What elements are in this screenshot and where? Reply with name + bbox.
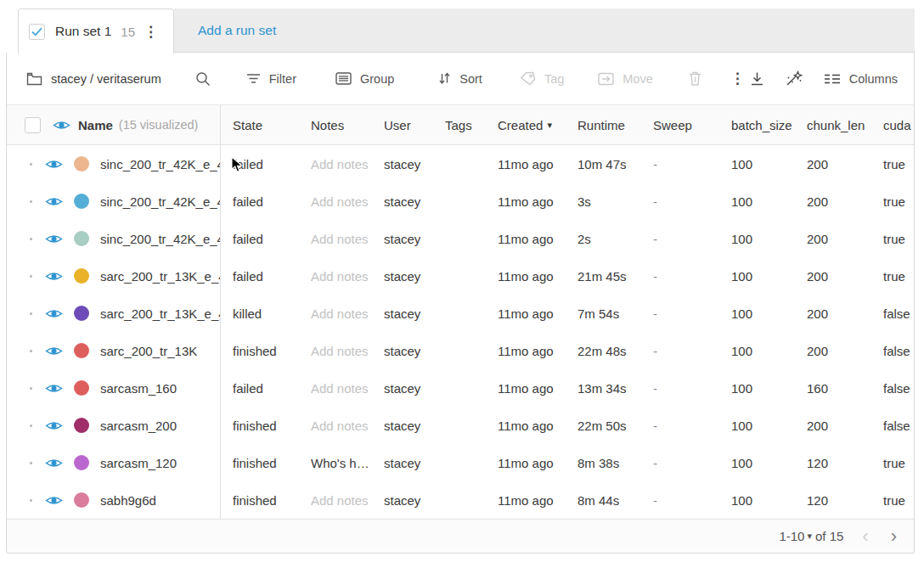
name-column-header[interactable]: Name — [78, 118, 113, 132]
tab-label: Run set 1 — [55, 24, 111, 39]
toolbar-kebab-menu-icon[interactable]: ⋮ — [725, 68, 750, 89]
sweep-cell: - — [641, 194, 719, 209]
sort-button[interactable]: Sort — [438, 72, 482, 86]
drag-handle[interactable] — [30, 499, 32, 502]
notes-cell[interactable]: Who's h… — [299, 456, 372, 470]
export-button[interactable] — [750, 71, 764, 86]
sweep-cell: - — [641, 269, 719, 284]
drag-handle[interactable] — [30, 238, 32, 240]
column-header-cuda[interactable]: cuda — [871, 118, 916, 132]
group-label: Group — [360, 72, 394, 86]
notes-cell[interactable]: Add notes — [299, 232, 372, 246]
run-name-cell: sarcasm_120 — [7, 444, 221, 481]
run-name-cell: sarcasm_200 — [7, 407, 221, 444]
run-color-dot[interactable] — [74, 306, 89, 321]
notes-cell[interactable]: Add notes — [299, 493, 372, 508]
magic-wand-button[interactable] — [785, 70, 803, 87]
drag-handle[interactable] — [30, 163, 32, 166]
run-name-link[interactable]: sinc_200_tr_42K_e_4 — [100, 157, 220, 171]
run-name-link[interactable]: sarcasm_120 — [100, 456, 177, 470]
drag-handle[interactable] — [30, 275, 32, 278]
run-color-dot[interactable] — [74, 231, 89, 246]
next-page-button[interactable]: › — [887, 527, 900, 546]
run-color-dot[interactable] — [74, 156, 89, 171]
filter-button[interactable]: Filter — [246, 72, 296, 86]
run-name-cell: sarc_200_tr_13K_e_4 — [7, 257, 221, 295]
column-header-sweep[interactable]: Sweep — [641, 118, 719, 132]
run-name-link[interactable]: sabh9g6d — [100, 493, 156, 508]
run-color-dot[interactable] — [74, 380, 89, 396]
column-header-tags[interactable]: Tags — [433, 118, 486, 132]
notes-cell[interactable]: Add notes — [299, 306, 372, 321]
run-name-link[interactable]: sarc_200_tr_13K — [100, 344, 197, 358]
run-color-dot[interactable] — [74, 455, 89, 470]
add-run-set-link[interactable]: Add a run set — [198, 23, 276, 38]
drag-handle[interactable] — [30, 424, 32, 427]
run-color-dot[interactable] — [74, 492, 89, 508]
column-header-runtime[interactable]: Runtime — [566, 118, 641, 132]
notes-cell[interactable]: Add notes — [299, 269, 372, 284]
column-header-batch_size[interactable]: batch_size — [719, 118, 795, 132]
column-header-notes[interactable]: Notes — [299, 118, 372, 132]
state-cell: finished — [221, 419, 299, 433]
tab-run-set-1[interactable]: Run set 1 15 ⋮ — [18, 8, 174, 53]
notes-cell[interactable]: Add notes — [299, 419, 372, 433]
eye-visibility-icon[interactable] — [53, 119, 70, 132]
table-row: sinc_200_tr_42K_e_4failedAdd notesstacey… — [7, 145, 914, 183]
run-color-dot[interactable] — [74, 194, 89, 209]
table-row: sarc_200_tr_13KfinishedAdd notesstacey11… — [7, 332, 914, 369]
sweep-cell: - — [641, 157, 719, 171]
column-header-user[interactable]: User — [372, 118, 433, 132]
drag-handle[interactable] — [30, 387, 32, 390]
eye-visibility-icon[interactable] — [45, 494, 63, 507]
run-name-link[interactable]: sarc_200_tr_13K_e_4 — [100, 269, 220, 284]
move-icon — [598, 72, 614, 86]
eye-visibility-icon[interactable] — [45, 195, 63, 208]
select-all-checkbox[interactable] — [25, 117, 41, 133]
eye-visibility-icon[interactable] — [45, 307, 63, 320]
run-name-link[interactable]: sarcasm_200 — [100, 419, 177, 433]
eye-visibility-icon[interactable] — [45, 270, 63, 283]
eye-visibility-icon[interactable] — [45, 345, 63, 357]
project-selector[interactable]: stacey / veritaserum — [26, 72, 161, 86]
table-row: sarcasm_120finishedWho's h…stacey11mo ag… — [7, 444, 914, 481]
notes-cell[interactable]: Add notes — [299, 344, 372, 358]
tab-kebab-menu-icon[interactable]: ⋮ — [138, 21, 163, 42]
eye-visibility-icon[interactable] — [45, 382, 63, 395]
chunk-len-cell: 200 — [795, 269, 871, 284]
tag-button: Tag — [520, 71, 564, 86]
drag-handle[interactable] — [30, 350, 32, 352]
state-cell: failed — [221, 232, 299, 246]
columns-button[interactable]: Columns — [824, 72, 898, 86]
column-header-label: batch_size — [731, 118, 792, 132]
user-cell: stacey — [372, 157, 433, 171]
column-header-created[interactable]: Created▾ — [486, 118, 566, 132]
eye-visibility-icon[interactable] — [45, 233, 63, 245]
batch-size-cell: 100 — [719, 194, 795, 209]
page-size-selector[interactable]: 1-10 ▾ of 15 — [779, 529, 843, 543]
group-button[interactable]: Group — [335, 72, 394, 86]
run-name-link[interactable]: sinc_200_tr_42K_e_4 — [100, 232, 220, 246]
drag-handle[interactable] — [30, 312, 32, 315]
eye-visibility-icon[interactable] — [45, 419, 63, 432]
run-name-link[interactable]: sarcasm_160 — [100, 381, 177, 396]
drag-handle[interactable] — [30, 200, 32, 203]
state-cell: failed — [221, 157, 299, 171]
notes-cell[interactable]: Add notes — [299, 157, 372, 171]
column-header-state[interactable]: State — [221, 118, 299, 132]
run-color-dot[interactable] — [74, 343, 89, 358]
run-color-dot[interactable] — [74, 268, 89, 284]
batch-size-cell: 100 — [719, 493, 795, 508]
eye-visibility-icon[interactable] — [45, 158, 63, 171]
notes-cell[interactable]: Add notes — [299, 194, 372, 209]
notes-cell[interactable]: Add notes — [299, 381, 372, 396]
run-name-link[interactable]: sarc_200_tr_13K_e_4 — [100, 306, 220, 321]
run-set-checkbox[interactable] — [29, 24, 45, 40]
eye-visibility-icon[interactable] — [45, 457, 63, 469]
search-button[interactable] — [195, 71, 211, 87]
run-name-link[interactable]: sinc_200_tr_42K_e_4 — [100, 194, 220, 209]
drag-handle[interactable] — [30, 462, 32, 464]
batch-size-cell: 100 — [719, 344, 795, 358]
run-color-dot[interactable] — [74, 418, 89, 433]
column-header-chunk_len[interactable]: chunk_len — [795, 118, 871, 132]
